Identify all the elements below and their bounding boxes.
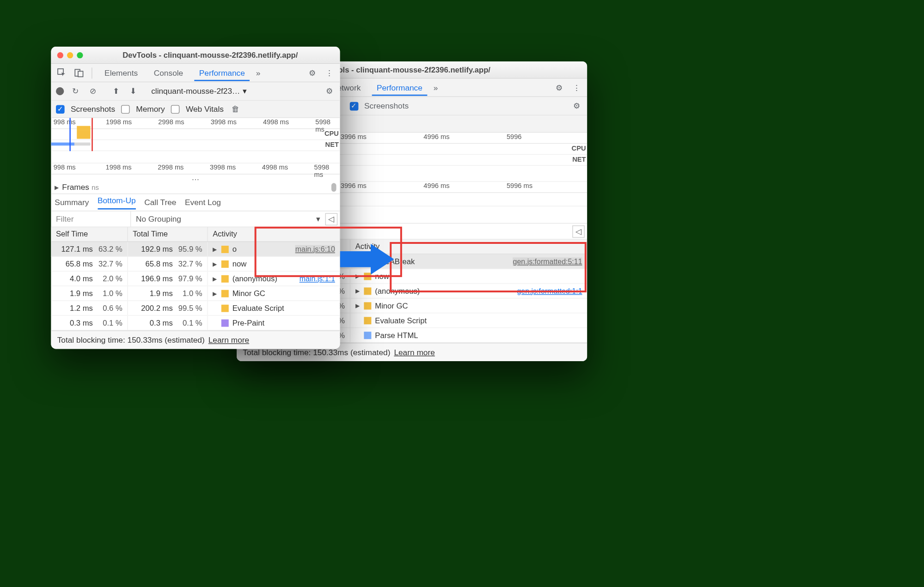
- more-tabs-icon[interactable]: »: [256, 68, 261, 78]
- devtools-window-front: DevTools - clinquant-mousse-2f2396.netli…: [51, 47, 340, 349]
- table-row[interactable]: 1.2 ms0.6 %200.2 ms99.5 %Evaluate Script: [51, 301, 340, 316]
- save-icon[interactable]: ⬇: [128, 86, 139, 97]
- memory-checkbox[interactable]: [121, 105, 130, 114]
- learn-more-link[interactable]: Learn more: [208, 335, 249, 345]
- clear-icon[interactable]: ⊘: [87, 86, 98, 97]
- perf-controls: ↻ ⊘ ⬆ ⬇ clinquant-mousse-2f23… ▾ ⚙: [51, 82, 340, 101]
- col-activity[interactable]: Activity: [208, 227, 340, 242]
- kebab-icon[interactable]: ⋮: [324, 67, 335, 79]
- webvitals-checkbox[interactable]: [171, 105, 180, 114]
- overview[interactable]: 998 ms 1998 ms 2998 ms 3998 ms 4998 ms 5…: [51, 118, 340, 151]
- subtab-bottomup[interactable]: Bottom-Up: [98, 196, 136, 209]
- detail-ruler[interactable]: 998 ms 1998 ms 2998 ms 3998 ms 4998 ms 5…: [51, 163, 340, 175]
- main-tabs: Elements Console Performance » ⚙ ⋮: [51, 64, 340, 82]
- tab-performance[interactable]: Performance: [194, 65, 250, 81]
- source-link[interactable]: gen.js:formatted:5:11: [513, 257, 582, 266]
- source-link[interactable]: main.js:6:10: [295, 245, 335, 254]
- source-link[interactable]: gen.js:formatted:1:1: [517, 286, 582, 295]
- gear-icon[interactable]: ⚙: [324, 86, 335, 97]
- table-header: Self Time Total Time Activity: [51, 227, 340, 242]
- device-icon[interactable]: [73, 67, 84, 79]
- frames-row[interactable]: ▶Framesns: [51, 181, 340, 194]
- table-row[interactable]: 0.3 ms0.1 %0.3 ms0.1 %Pre-Paint: [51, 316, 340, 331]
- activity-color-icon: [221, 319, 229, 327]
- screenshots-checkbox[interactable]: ✓: [56, 105, 65, 114]
- reload-icon[interactable]: ↻: [70, 86, 81, 97]
- scrollbar-thumb[interactable]: [331, 183, 337, 192]
- source-link[interactable]: main.js:1:1: [300, 274, 335, 283]
- activity-color-icon: [221, 304, 229, 312]
- detail-subtabs: Summary Bottom-Up Call Tree Event Log: [51, 194, 340, 211]
- footer: Total blocking time: 150.33ms (estimated…: [51, 331, 340, 349]
- subtab-calltree[interactable]: Call Tree: [144, 198, 176, 207]
- activity-color-icon: [221, 245, 229, 253]
- col-self-time[interactable]: Self Time: [51, 227, 128, 242]
- activity-color-icon: [221, 290, 229, 297]
- close-icon[interactable]: [57, 52, 63, 58]
- subtab-eventlog[interactable]: Event Log: [185, 198, 221, 207]
- table-row[interactable]: 1.9 ms1.0 %1.9 ms1.0 %▶Minor GC: [51, 286, 340, 301]
- tab-console[interactable]: Console: [149, 65, 188, 81]
- filter-input[interactable]: Filter: [51, 212, 131, 227]
- window-title: DevTools - clinquant-mousse-2f2396.netli…: [87, 51, 334, 60]
- svg-marker-3: [340, 244, 394, 275]
- activity-color-icon: [364, 287, 371, 295]
- activity-color-icon: [221, 260, 229, 267]
- tab-elements[interactable]: Elements: [99, 65, 142, 81]
- screenshots-label: Screenshots: [364, 101, 409, 110]
- gear-icon[interactable]: ⚙: [307, 67, 318, 79]
- blocking-time-text: Total blocking time: 150.33ms (estimated…: [243, 348, 390, 357]
- activity-color-icon: [364, 332, 371, 339]
- titlebar: DevTools - clinquant-mousse-2f2396.netli…: [51, 47, 340, 64]
- inspect-icon[interactable]: [56, 67, 67, 79]
- blocking-time-text: Total blocking time: 150.33ms (estimated…: [57, 335, 205, 345]
- record-icon[interactable]: [56, 87, 64, 95]
- toggle-sidebar-icon[interactable]: ◁: [325, 213, 338, 225]
- zoom-icon[interactable]: [77, 52, 83, 58]
- gear-icon[interactable]: ⚙: [554, 82, 565, 93]
- table-row[interactable]: 127.1 ms63.2 %192.9 ms95.9 %▶omain.js:6:…: [51, 242, 340, 257]
- gear-icon[interactable]: ⚙: [571, 100, 582, 111]
- subtab-summary[interactable]: Summary: [55, 198, 89, 207]
- table-row[interactable]: 4.0 ms2.0 %196.9 ms97.9 %▶(anonymous)mai…: [51, 272, 340, 286]
- minimize-icon[interactable]: [67, 52, 73, 58]
- net-lane: NET: [51, 140, 340, 151]
- activity-color-icon: [364, 317, 371, 324]
- screenshots-checkbox[interactable]: ✓: [349, 102, 358, 110]
- activity-color-icon: [364, 302, 371, 309]
- more-tabs-icon[interactable]: »: [434, 83, 438, 92]
- toggle-sidebar-icon[interactable]: ◁: [572, 225, 585, 237]
- load-icon[interactable]: ⬆: [110, 86, 122, 97]
- options-row: ✓Screenshots Memory Web Vitals 🗑: [51, 101, 340, 118]
- tab-performance[interactable]: Performance: [372, 79, 427, 96]
- recording-dropdown[interactable]: clinquant-mousse-2f23… ▾: [151, 87, 247, 96]
- kebab-icon[interactable]: ⋮: [571, 82, 582, 93]
- filter-row: Filter No Grouping▾ ◁: [51, 212, 340, 228]
- learn-more-link[interactable]: Learn more: [394, 348, 434, 357]
- trash-icon[interactable]: 🗑: [230, 103, 241, 115]
- arrow-icon: [340, 244, 395, 275]
- activity-color-icon: [221, 275, 229, 282]
- table-row[interactable]: 65.8 ms32.7 %65.8 ms32.7 %▶now: [51, 257, 340, 272]
- grouping-dropdown[interactable]: No Grouping▾: [131, 214, 325, 224]
- svg-rect-2: [78, 71, 83, 77]
- cpu-lane: CPU: [51, 129, 340, 140]
- col-total-time[interactable]: Total Time: [128, 227, 208, 242]
